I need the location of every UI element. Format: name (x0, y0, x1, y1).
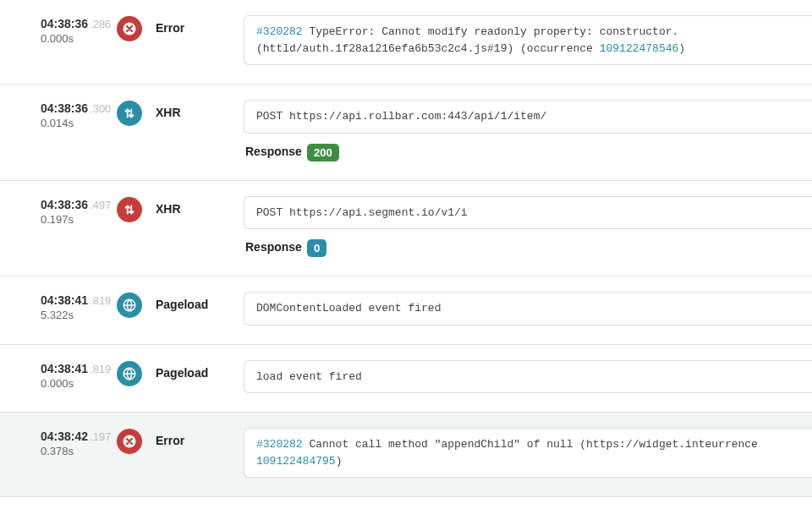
event-time: 04:38:36 (41, 101, 88, 115)
message-text: DOMContentLoaded event fired (256, 302, 441, 315)
type-column: Pageload (151, 292, 244, 311)
message-box: #320282 Cannot call method "appendChild"… (244, 428, 812, 478)
event-time: 04:38:41 (41, 362, 88, 375)
response-line: Response0 (244, 239, 812, 257)
log-row[interactable]: 04:38:42.1970.378sError#320282 Cannot ca… (0, 413, 812, 497)
timestamp-column: 04:38:36.4970.197s (0, 196, 110, 226)
message-box: #320282 TypeError: Cannot modify readonl… (244, 15, 812, 65)
pageload-icon (117, 293, 142, 318)
event-time-ms: .497 (90, 199, 111, 211)
type-column: Pageload (151, 360, 244, 380)
event-duration: 0.000s (41, 32, 110, 45)
response-status-badge: 200 (307, 144, 339, 161)
message-tail: ) (336, 455, 343, 468)
icon-column (110, 292, 151, 318)
error-id-link[interactable]: #320282 (256, 25, 303, 38)
error-id-link[interactable]: #320282 (256, 438, 303, 451)
event-time-ms: .286 (90, 18, 111, 30)
message-text: POST https://api.segment.io/v1/i (256, 206, 468, 219)
event-duration: 5.322s (41, 309, 110, 321)
message-text: POST https://api.rollbar.com:443/api/1/i… (256, 110, 546, 123)
icon-column (110, 15, 151, 41)
message-box: load event fired (244, 360, 812, 394)
timestamp-column: 04:38:41.8190.000s (0, 360, 110, 390)
type-column: Error (151, 428, 244, 447)
response-label: Response (245, 145, 302, 158)
xhr-icon (117, 101, 142, 126)
xhr-icon (117, 197, 142, 222)
event-duration: 0.000s (41, 377, 110, 390)
pageload-icon (117, 361, 142, 386)
event-time-ms: .300 (90, 102, 111, 115)
message-column: POST https://api.segment.io/v1/iResponse… (244, 196, 812, 258)
timestamp-column: 04:38:41.8195.322s (0, 292, 110, 321)
message-column: #320282 Cannot call method "appendChild"… (244, 428, 812, 478)
event-time-ms: .819 (90, 294, 111, 307)
icon-column (110, 196, 151, 222)
timestamp-column: 04:38:36.3000.014s (0, 100, 110, 129)
event-time-ms: .197 (90, 430, 111, 443)
event-type-label: XHR (156, 106, 181, 119)
occurrence-link[interactable]: 109122484795 (256, 455, 336, 468)
event-type-label: Pageload (156, 366, 208, 380)
log-row[interactable]: 04:38:36.2860.000sError#320282 TypeError… (0, 0, 812, 85)
message-column: DOMContentLoaded event fired (244, 292, 812, 326)
icon-column (110, 360, 151, 386)
message-tail: ) (678, 42, 685, 55)
response-label: Response (245, 240, 302, 254)
message-box: POST https://api.rollbar.com:443/api/1/i… (244, 100, 812, 134)
icon-column (110, 100, 151, 126)
message-text: Cannot call method "appendChild" of null… (303, 438, 758, 451)
log-row[interactable]: 04:38:41.8190.000sPageloadload event fir… (0, 345, 812, 413)
message-column: POST https://api.rollbar.com:443/api/1/i… (244, 100, 812, 161)
event-time: 04:38:36 (41, 17, 88, 30)
log-row[interactable]: 04:38:36.4970.197sXHRPOST https://api.se… (0, 181, 812, 277)
event-type-label: Pageload (156, 298, 208, 311)
event-log-list: 04:38:36.2860.000sError#320282 TypeError… (0, 0, 812, 497)
message-box: POST https://api.segment.io/v1/i (244, 196, 812, 230)
event-type-label: Error (156, 434, 184, 447)
response-line: Response200 (244, 144, 812, 161)
message-column: #320282 TypeError: Cannot modify readonl… (244, 15, 812, 65)
response-status-badge: 0 (307, 239, 326, 257)
event-type-label: Error (156, 21, 184, 35)
error-icon (117, 429, 142, 454)
type-column: XHR (151, 196, 244, 216)
timestamp-column: 04:38:42.1970.378s (0, 428, 110, 457)
event-duration: 0.197s (41, 213, 110, 226)
error-icon (117, 16, 142, 41)
log-row[interactable]: 04:38:41.8195.322sPageloadDOMContentLoad… (0, 276, 812, 345)
icon-column (110, 428, 151, 454)
event-type-label: XHR (156, 202, 181, 216)
type-column: XHR (151, 100, 244, 119)
event-time: 04:38:41 (41, 293, 88, 307)
message-column: load event fired (244, 360, 812, 394)
timestamp-column: 04:38:36.2860.000s (0, 15, 110, 45)
event-time-ms: .819 (90, 363, 111, 375)
event-duration: 0.378s (41, 445, 110, 457)
event-time: 04:38:42 (41, 430, 88, 443)
message-box: DOMContentLoaded event fired (244, 292, 812, 326)
type-column: Error (151, 15, 244, 35)
log-row[interactable]: 04:38:36.3000.014sXHRPOST https://api.ro… (0, 85, 812, 181)
event-time: 04:38:36 (41, 198, 88, 211)
event-duration: 0.014s (41, 117, 110, 129)
occurrence-link[interactable]: 109122478546 (600, 42, 679, 55)
message-text: load event fired (256, 370, 362, 383)
